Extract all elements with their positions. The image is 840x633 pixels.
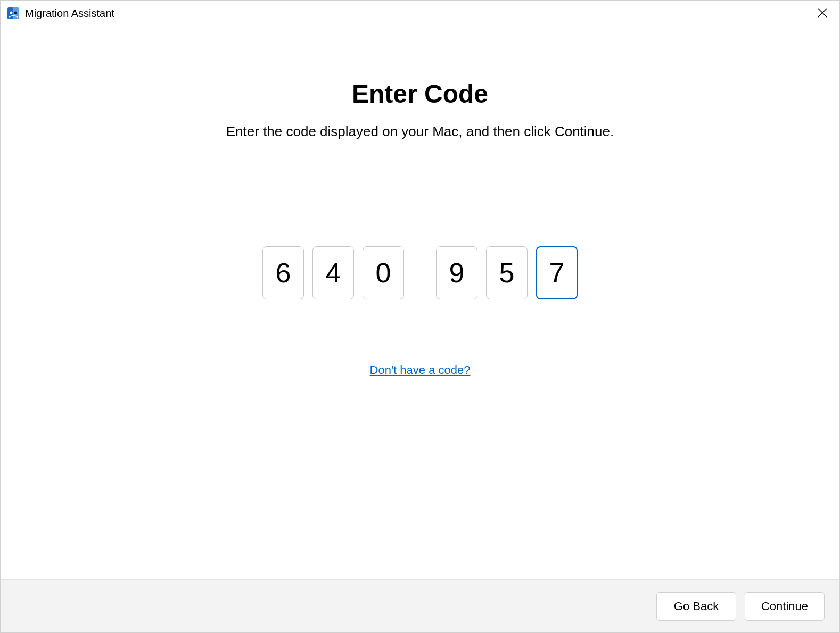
titlebar-left: Migration Assistant <box>7 7 114 20</box>
continue-button[interactable]: Continue <box>745 592 825 621</box>
code-input-row <box>262 246 578 299</box>
svg-point-2 <box>10 12 13 14</box>
svg-point-3 <box>14 12 17 14</box>
close-button[interactable] <box>812 3 833 24</box>
code-digit-3[interactable] <box>363 246 404 299</box>
code-digit-5[interactable] <box>486 246 528 299</box>
migration-assistant-icon <box>7 7 20 20</box>
code-digit-2[interactable] <box>312 246 354 299</box>
go-back-button[interactable]: Go Back <box>656 592 736 621</box>
titlebar: Migration Assistant <box>1 1 839 26</box>
code-digit-6[interactable] <box>536 246 578 299</box>
footer-bar: Go Back Continue <box>1 579 839 632</box>
code-digit-4[interactable] <box>436 246 477 299</box>
page-subheading: Enter the code displayed on your Mac, an… <box>226 123 614 140</box>
window-title: Migration Assistant <box>25 7 114 20</box>
page-heading: Enter Code <box>352 79 488 109</box>
close-icon <box>818 8 827 19</box>
no-code-link[interactable]: Don't have a code? <box>370 363 471 377</box>
content-area: Enter Code Enter the code displayed on y… <box>1 26 839 579</box>
code-digit-1[interactable] <box>262 246 304 299</box>
